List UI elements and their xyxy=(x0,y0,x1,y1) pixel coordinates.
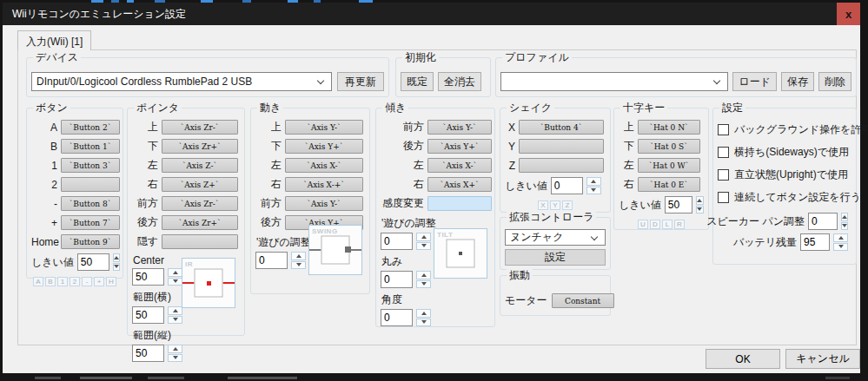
motor-mapping-button[interactable]: Constant xyxy=(552,293,614,308)
spinner-up-button[interactable] xyxy=(586,177,601,186)
buttons-threshold-input[interactable] xyxy=(77,253,109,271)
tab-input-wii[interactable]: 入力(Wii) [1] xyxy=(17,30,91,50)
mapping-button[interactable]: `Button 4` xyxy=(519,120,604,135)
extension-configure-button[interactable]: 設定 xyxy=(505,249,606,266)
spinner-down-button[interactable] xyxy=(291,261,306,270)
mapping-button[interactable]: `Axis Y+` xyxy=(427,139,492,154)
spinner-up-button[interactable] xyxy=(168,306,182,315)
pointer-range-v-input[interactable] xyxy=(132,345,164,362)
mapping-button[interactable]: `Hat 0 E` xyxy=(638,177,700,192)
pointer-range-h-input[interactable] xyxy=(132,306,164,324)
pointer-range-h-spinner[interactable] xyxy=(168,306,182,324)
checkbox-upright[interactable]: 直立状態(Upright)で使用 xyxy=(718,168,851,182)
spinner-down-button[interactable] xyxy=(168,278,182,286)
checkbox-box[interactable] xyxy=(718,147,729,158)
checkbox-box[interactable] xyxy=(718,192,729,203)
profile-load-button[interactable]: ロード xyxy=(732,72,777,91)
spinner-up-button[interactable] xyxy=(113,253,120,262)
mapping-button[interactable]: `Button 9` xyxy=(61,234,120,249)
mapping-button[interactable]: `Button 1` xyxy=(61,139,120,154)
tilt-circle-spinner[interactable] xyxy=(416,271,431,288)
spinner-up-button[interactable] xyxy=(833,233,848,242)
spinner-down-button[interactable] xyxy=(416,242,431,251)
pointer-center-spinner[interactable] xyxy=(168,268,182,286)
shake-threshold-input[interactable] xyxy=(551,177,583,194)
pointer-center-input[interactable] xyxy=(132,268,164,286)
profile-save-button[interactable]: 保存 xyxy=(781,72,814,91)
spinner-down-button[interactable] xyxy=(416,280,431,289)
mapping-button[interactable]: `Hat 0 N` xyxy=(638,120,700,135)
swing-deadzone-spinner[interactable] xyxy=(291,252,306,269)
checkbox-allow-background-input[interactable]: バックグラウンド操作を許可 xyxy=(718,122,851,137)
shake-threshold-spinner[interactable] xyxy=(586,177,601,194)
spinner-down-button[interactable] xyxy=(168,316,182,325)
mapping-button[interactable]: `Axis Y-` xyxy=(285,196,363,211)
mapping-button[interactable]: `Axis Zr+` xyxy=(162,139,238,154)
spinner-down-button[interactable] xyxy=(696,206,704,214)
spinner-up-button[interactable] xyxy=(696,196,704,205)
mapping-button[interactable]: `Axis X-` xyxy=(285,158,363,173)
spinner-up-button[interactable] xyxy=(168,268,182,277)
tilt-angle-input[interactable] xyxy=(381,309,413,326)
mapping-button[interactable]: `Axis Z+` xyxy=(162,177,238,192)
mapping-button[interactable] xyxy=(519,158,604,173)
pointer-range-v-spinner[interactable] xyxy=(168,345,182,362)
speaker-pan-input[interactable] xyxy=(808,213,838,230)
checkbox-iterative-input[interactable]: 連続してボタン設定を行う xyxy=(718,190,851,205)
default-button[interactable]: 既定 xyxy=(401,72,434,91)
spinner-up-button[interactable] xyxy=(416,271,431,279)
checkbox-box[interactable] xyxy=(718,169,729,181)
mapping-button[interactable] xyxy=(162,234,238,249)
mapping-button[interactable] xyxy=(519,139,604,154)
speaker-pan-spinner[interactable] xyxy=(841,213,848,230)
spinner-down-button[interactable] xyxy=(586,187,601,195)
dialog-titlebar[interactable]: Wiiリモコンのエミュレーション設定 x xyxy=(3,3,860,25)
ok-button[interactable]: OK xyxy=(706,349,780,369)
tilt-deadzone-spinner[interactable] xyxy=(416,233,431,250)
checkbox-box[interactable] xyxy=(718,124,729,135)
spinner-up-button[interactable] xyxy=(291,252,306,260)
spinner-up-button[interactable] xyxy=(168,345,182,353)
mapping-button[interactable] xyxy=(61,177,120,192)
profile-delete-button[interactable]: 削除 xyxy=(818,72,851,91)
mapping-button[interactable]: `Axis X+` xyxy=(427,177,492,192)
spinner-down-button[interactable] xyxy=(113,263,120,272)
mapping-button[interactable]: `Axis Zr-` xyxy=(162,196,238,211)
mapping-button[interactable]: `Axis Y-` xyxy=(285,120,363,135)
spinner-down-button[interactable] xyxy=(841,222,848,231)
mapping-button[interactable]: `Button 8` xyxy=(61,196,120,211)
mapping-button[interactable]: `Axis Z-` xyxy=(162,158,238,173)
mapping-button[interactable]: `Axis Y-` xyxy=(427,120,492,135)
battery-spinner[interactable] xyxy=(833,233,848,251)
mapping-button[interactable]: `Axis Zr-` xyxy=(162,120,238,135)
device-select[interactable]: DInput/0/Logicool Cordless RumblePad 2 U… xyxy=(31,72,332,91)
swing-deadzone-input[interactable] xyxy=(255,252,288,269)
profile-select[interactable] xyxy=(500,72,728,91)
mapping-button[interactable]: `Axis Zr+` xyxy=(162,215,238,230)
refresh-button[interactable]: 再更新 xyxy=(337,72,384,91)
battery-input[interactable] xyxy=(800,233,830,251)
cancel-button[interactable]: キャンセル xyxy=(785,349,860,369)
dpad-threshold-input[interactable] xyxy=(665,196,692,213)
modifier-mapping-button[interactable] xyxy=(427,196,492,211)
spinner-up-button[interactable] xyxy=(416,233,431,241)
tilt-angle-spinner[interactable] xyxy=(416,309,431,326)
close-button[interactable]: x xyxy=(837,3,860,25)
tilt-deadzone-input[interactable] xyxy=(381,233,413,250)
spinner-down-button[interactable] xyxy=(168,354,182,363)
mapping-button[interactable]: `Axis X-+` xyxy=(285,177,363,192)
buttons-threshold-spinner[interactable] xyxy=(113,253,120,271)
clear-all-button[interactable]: 全消去 xyxy=(438,72,481,91)
checkbox-sideways[interactable]: 横持ち(Sideways)で使用 xyxy=(718,145,851,160)
mapping-button[interactable]: `Axis X-` xyxy=(427,158,492,173)
spinner-up-button[interactable] xyxy=(416,309,431,318)
spinner-down-button[interactable] xyxy=(416,319,431,327)
spinner-down-button[interactable] xyxy=(833,243,848,252)
mapping-button[interactable]: `Hat 0 S` xyxy=(638,139,700,154)
tilt-circle-input[interactable] xyxy=(381,271,413,288)
mapping-button[interactable]: `Button 3` xyxy=(61,158,120,173)
spinner-up-button[interactable] xyxy=(841,213,848,221)
dpad-threshold-spinner[interactable] xyxy=(696,196,704,213)
mapping-button[interactable]: `Axis Y+` xyxy=(285,139,363,154)
mapping-button[interactable]: `Button 7` xyxy=(61,215,120,230)
